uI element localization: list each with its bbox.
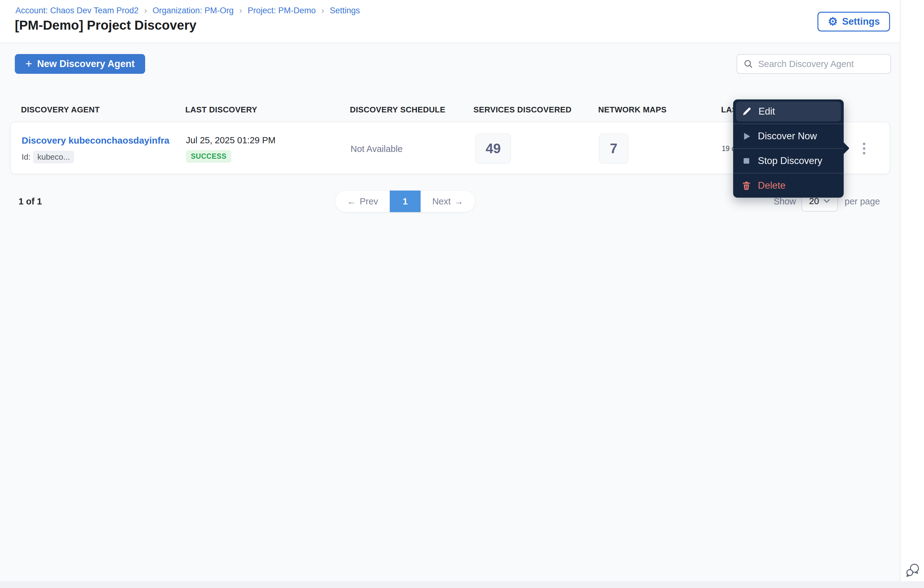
new-discovery-agent-label: New Discovery Agent [37,58,135,69]
menu-item-label: Stop Discovery [758,155,822,167]
chevron-down-icon [823,199,830,203]
prev-page-button[interactable]: ← Prev [335,190,390,212]
support-chat-icon[interactable] [904,562,922,579]
column-header-discovery-agent: DISCOVERY AGENT [21,105,100,115]
menu-item-discover-now[interactable]: Discover Now [733,124,844,148]
show-label: Show [774,197,796,206]
last-discovery-time: Jul 25, 2025 01:29 PM [186,135,276,145]
plus-icon: + [25,58,32,69]
pencil-icon [742,107,752,116]
menu-item-label: Discover Now [758,130,817,142]
agent-id-value: kubeco... [33,151,74,164]
chevron-right-icon: › [144,5,147,15]
row-actions-kebab-icon[interactable] [855,136,874,161]
row-context-menu: Edit Discover Now Stop Discovery Delete [733,99,844,198]
search-box [736,54,891,74]
settings-button[interactable]: ⚙ Settings [817,12,890,31]
right-edge-strip [900,0,924,588]
gear-icon: ⚙ [828,16,838,27]
breadcrumb-link-account[interactable]: Account: Chaos Dev Team Prod2 [15,6,139,15]
agent-name-link[interactable]: Discovery kubeconchaosdayinfra [21,135,170,146]
pagination-summary: 1 of 1 [18,197,42,206]
trash-icon [742,181,751,190]
page-header: Account: Chaos Dev Team Prod2 › Organiza… [0,0,924,43]
breadcrumb: Account: Chaos Dev Team Prod2 › Organiza… [15,5,360,15]
stop-icon [742,156,751,165]
arrow-right-icon: → [454,197,463,206]
project-discovery-page: Account: Chaos Dev Team Prod2 › Organiza… [0,0,924,588]
services-discovered-count: 49 [475,134,511,164]
menu-item-delete[interactable]: Delete [733,173,844,198]
new-discovery-agent-button[interactable]: + New Discovery Agent [15,54,145,74]
page-title: [PM-Demo] Project Discovery [15,18,196,33]
search-icon [743,59,753,69]
prev-label: Prev [360,197,378,206]
bottom-edge-strip [0,581,924,588]
chevron-right-icon: › [322,5,324,15]
breadcrumb-link-project[interactable]: Project: PM-Demo [248,6,316,15]
next-label: Next [432,197,451,206]
pagination: ← Prev 1 Next → [335,190,475,212]
status-badge-success: SUCCESS [186,150,231,163]
breadcrumb-link-settings[interactable]: Settings [330,6,360,15]
play-icon [742,132,751,141]
current-page-button[interactable]: 1 [390,190,421,212]
discovery-schedule-value: Not Available [350,144,403,154]
column-header-network-maps: NETWORK MAPS [598,105,667,115]
agent-id: Id: kubeco... [21,151,74,164]
menu-item-edit[interactable]: Edit [733,99,844,124]
settings-button-label: Settings [842,16,880,27]
chevron-right-icon: › [239,5,242,15]
breadcrumb-link-organization[interactable]: Organization: PM-Org [153,6,234,15]
menu-item-label: Edit [759,106,775,117]
next-page-button[interactable]: Next → [421,190,475,212]
column-header-services-discovered: SERVICES DISCOVERED [474,105,572,115]
search-input[interactable] [758,59,884,69]
per-page-label: per page [845,197,880,206]
menu-item-stop-discovery[interactable]: Stop Discovery [733,148,844,173]
agent-id-label: Id: [21,152,31,162]
arrow-left-icon: ← [347,197,356,206]
column-header-discovery-schedule: DISCOVERY SCHEDULE [350,105,446,115]
network-maps-count: 7 [599,134,629,164]
menu-item-label: Delete [758,180,785,191]
column-header-last-discovery: LAST DISCOVERY [185,105,257,115]
